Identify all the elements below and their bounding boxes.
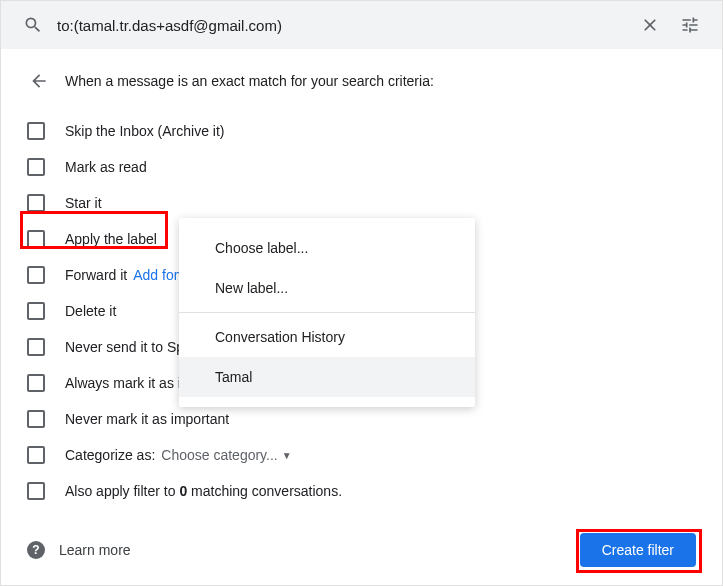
checkbox-never-spam[interactable] <box>27 338 45 356</box>
checkbox-also-apply[interactable] <box>27 482 45 500</box>
help-icon: ? <box>27 541 45 559</box>
checkbox-skip-inbox[interactable] <box>27 122 45 140</box>
label-skip-inbox: Skip the Inbox (Archive it) <box>65 123 225 139</box>
tune-icon[interactable] <box>670 5 710 45</box>
also-apply-post: matching conversations. <box>187 483 342 499</box>
popup-new-label[interactable]: New label... <box>179 268 475 308</box>
popup-tamal[interactable]: Tamal <box>179 357 475 397</box>
option-mark-read: Mark as read <box>27 149 696 185</box>
label-mark-read: Mark as read <box>65 159 147 175</box>
option-categorize: Categorize as: Choose category... ▼ <box>27 437 696 473</box>
label-star: Star it <box>65 195 102 211</box>
search-input[interactable] <box>53 17 630 34</box>
checkbox-delete[interactable] <box>27 302 45 320</box>
popup-choose-label[interactable]: Choose label... <box>179 228 475 268</box>
footer: ? Learn more Create filter <box>27 533 696 567</box>
create-filter-button[interactable]: Create filter <box>580 533 696 567</box>
search-bar <box>1 1 722 49</box>
label-delete: Delete it <box>65 303 116 319</box>
option-also-apply: Also apply filter to 0 matching conversa… <box>27 473 696 509</box>
checkbox-star[interactable] <box>27 194 45 212</box>
label-dropdown-menu: Choose label... New label... Conversatio… <box>179 218 475 407</box>
checkbox-apply-label[interactable] <box>27 230 45 248</box>
popup-conversation-history[interactable]: Conversation History <box>179 317 475 357</box>
label-also-apply: Also apply filter to 0 matching conversa… <box>65 483 342 499</box>
checkbox-categorize[interactable] <box>27 446 45 464</box>
label-forward: Forward it <box>65 267 127 283</box>
learn-more-link[interactable]: ? Learn more <box>27 541 131 559</box>
label-categorize: Categorize as: <box>65 447 155 463</box>
category-dropdown[interactable]: Choose category... ▼ <box>161 447 291 463</box>
label-never-important: Never mark it as important <box>65 411 229 427</box>
clear-icon[interactable] <box>630 5 670 45</box>
learn-more-text: Learn more <box>59 542 131 558</box>
checkbox-always-important[interactable] <box>27 374 45 392</box>
checkbox-never-important[interactable] <box>27 410 45 428</box>
search-icon[interactable] <box>13 5 53 45</box>
popup-divider <box>179 312 475 313</box>
back-arrow-icon[interactable] <box>27 69 51 93</box>
option-skip-inbox: Skip the Inbox (Archive it) <box>27 113 696 149</box>
option-star: Star it <box>27 185 696 221</box>
filter-header: When a message is an exact match for you… <box>27 69 696 93</box>
checkbox-forward[interactable] <box>27 266 45 284</box>
checkbox-mark-read[interactable] <box>27 158 45 176</box>
label-apply-label: Apply the label <box>65 231 157 247</box>
caret-down-icon: ▼ <box>282 450 292 461</box>
header-title: When a message is an exact match for you… <box>65 73 434 89</box>
category-value: Choose category... <box>161 447 277 463</box>
also-apply-pre: Also apply filter to <box>65 483 179 499</box>
